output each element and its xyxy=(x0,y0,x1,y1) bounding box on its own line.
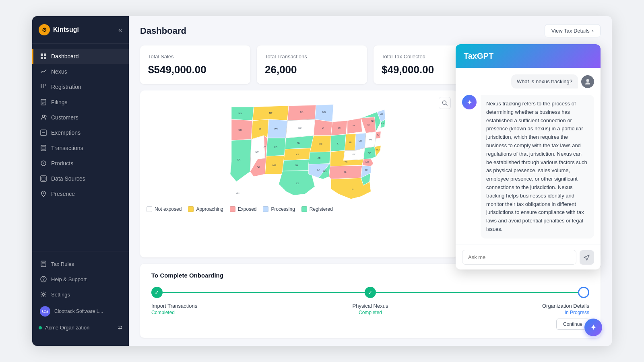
sidebar-item-help[interactable]: ? Help & Support xyxy=(32,272,129,287)
legend-registered: Registered xyxy=(301,206,333,212)
step-name-org: Organization Details xyxy=(443,303,589,309)
svg-rect-3 xyxy=(44,57,46,59)
sidebar-item-data-sources[interactable]: Data Sources xyxy=(32,171,129,186)
svg-text:AL: AL xyxy=(344,171,347,173)
taxgpt-title: TaxGPT xyxy=(464,51,493,60)
svg-text:NM: NM xyxy=(272,164,276,167)
view-tax-details-button[interactable]: View Tax Details › xyxy=(545,24,601,37)
page-title: Dashboard xyxy=(140,26,186,36)
svg-text:LA: LA xyxy=(317,169,320,171)
stat-card-total-sales: Total Sales $549,000.00 xyxy=(140,45,250,84)
user-chat-avatar xyxy=(581,75,594,88)
sidebar-item-dashboard[interactable]: Dashboard xyxy=(32,49,129,64)
step-status-import: Completed xyxy=(151,310,297,315)
svg-text:NC: NC xyxy=(365,161,369,163)
svg-marker-115 xyxy=(375,146,381,157)
svg-text:IL: IL xyxy=(337,142,339,145)
presence-icon xyxy=(40,190,47,197)
svg-text:NV: NV xyxy=(256,151,259,153)
sidebar-label-settings: Settings xyxy=(51,292,70,298)
sidebar-item-filings[interactable]: Filings xyxy=(32,95,129,110)
svg-rect-6 xyxy=(45,84,46,86)
map-search-button[interactable] xyxy=(439,97,451,109)
sidebar-item-transactions[interactable]: Transactions xyxy=(32,140,129,156)
customers-icon xyxy=(40,114,47,121)
svg-text:KY: KY xyxy=(353,153,356,156)
svg-text:IA: IA xyxy=(322,127,324,129)
help-icon: ? xyxy=(40,276,47,283)
settings-icon xyxy=(40,291,47,298)
sidebar-item-registration[interactable]: Registration xyxy=(32,79,129,95)
svg-text:IN: IN xyxy=(349,141,352,144)
taxgpt-float-button[interactable]: ✦ xyxy=(584,319,602,336)
stat-card-total-transactions: Total Transactions 26,000 xyxy=(257,45,367,84)
svg-marker-35 xyxy=(231,107,254,121)
us-map: WA OR CA NV ID xyxy=(147,97,451,202)
svg-rect-8 xyxy=(43,86,44,88)
sidebar-label-products: Products xyxy=(51,160,73,167)
svg-text:WI: WI xyxy=(338,127,341,129)
collapse-sidebar-icon[interactable]: « xyxy=(118,26,122,34)
sidebar-item-settings[interactable]: Settings xyxy=(32,287,129,302)
stat-label-total-sales: Total Sales xyxy=(148,53,242,60)
sidebar-item-presence[interactable]: Presence xyxy=(32,186,129,202)
svg-rect-0 xyxy=(41,53,43,56)
sidebar-label-filings: Filings xyxy=(51,99,67,105)
stat-value-total-transactions: 26,000 xyxy=(265,64,359,76)
stat-label-total-transactions: Total Transactions xyxy=(265,53,359,60)
step-name-nexus: Physical Nexus xyxy=(297,303,444,309)
send-button[interactable] xyxy=(580,250,594,265)
data-sources-icon xyxy=(40,175,47,182)
svg-rect-23 xyxy=(41,176,46,181)
org-section[interactable]: Acme Organization ⇄ xyxy=(32,321,129,335)
sidebar-item-tax-rules[interactable]: Tax Rules xyxy=(32,256,129,272)
legend-approaching: Approaching xyxy=(188,206,223,212)
svg-marker-39 xyxy=(230,139,252,181)
sidebar-item-user[interactable]: CS Clootrack Software L... xyxy=(32,302,129,321)
legend-label-exposed: Exposed xyxy=(238,206,257,212)
svg-rect-24 xyxy=(42,177,45,180)
svg-rect-2 xyxy=(41,57,43,59)
sidebar-item-nexus[interactable]: Nexus xyxy=(32,64,129,79)
svg-text:WA: WA xyxy=(238,112,242,115)
logo-text: Kintsugi xyxy=(53,26,79,33)
progress-line-1 xyxy=(163,292,365,293)
svg-text:OK: OK xyxy=(295,164,298,167)
svg-text:SD: SD xyxy=(298,127,301,129)
svg-rect-5 xyxy=(43,84,44,86)
ask-input[interactable] xyxy=(462,250,576,265)
svg-point-22 xyxy=(43,162,44,164)
sidebar-label-data-sources: Data Sources xyxy=(51,175,85,182)
sidebar-item-exemptions[interactable]: Exemptions xyxy=(32,125,129,140)
step-status-nexus: Completed xyxy=(297,310,444,315)
sidebar-item-customers[interactable]: Customers xyxy=(32,110,129,125)
onboarding-card: To Complete Onboarding ✓ ✓ Import Transa… xyxy=(140,264,601,338)
sidebar-label-presence: Presence xyxy=(51,191,75,197)
sidebar-label-transactions: Transactions xyxy=(51,145,83,151)
chevron-right-icon: › xyxy=(592,28,594,34)
sidebar-label-help: Help & Support xyxy=(51,276,87,282)
sidebar-label-exemptions: Exemptions xyxy=(51,130,80,136)
logo-area: ⚙ Kintsugi xyxy=(39,24,79,35)
onboarding-section: To Complete Onboarding ✓ ✓ Import Transa… xyxy=(129,264,612,346)
sidebar: ⚙ Kintsugi « Dashboard xyxy=(32,16,129,346)
svg-text:MN: MN xyxy=(322,111,326,113)
svg-text:NJ: NJ xyxy=(377,134,380,136)
step-label-org: Organization Details In Progress Continu… xyxy=(443,303,589,330)
svg-text:ID: ID xyxy=(259,128,261,130)
legend-exposed: Exposed xyxy=(230,206,257,212)
ai-message-row: ✦ Nexus tracking refers to the process o… xyxy=(462,95,594,239)
logo-icon: ⚙ xyxy=(39,24,50,35)
sidebar-label-customers: Customers xyxy=(51,114,78,121)
step-circle-nexus: ✓ xyxy=(365,287,376,298)
legend-not-exposed: Not exposed xyxy=(147,206,182,212)
svg-point-134 xyxy=(586,79,589,82)
svg-text:FL: FL xyxy=(352,188,355,191)
org-switch-icon[interactable]: ⇄ xyxy=(118,325,122,331)
progress-line-2 xyxy=(376,292,578,293)
main-header: Dashboard View Tax Details › xyxy=(129,16,612,45)
sidebar-bottom: Tax Rules ? Help & Support xyxy=(32,251,129,339)
svg-text:CT: CT xyxy=(381,123,384,125)
svg-point-25 xyxy=(43,193,44,194)
sidebar-item-products[interactable]: Products xyxy=(32,156,129,171)
